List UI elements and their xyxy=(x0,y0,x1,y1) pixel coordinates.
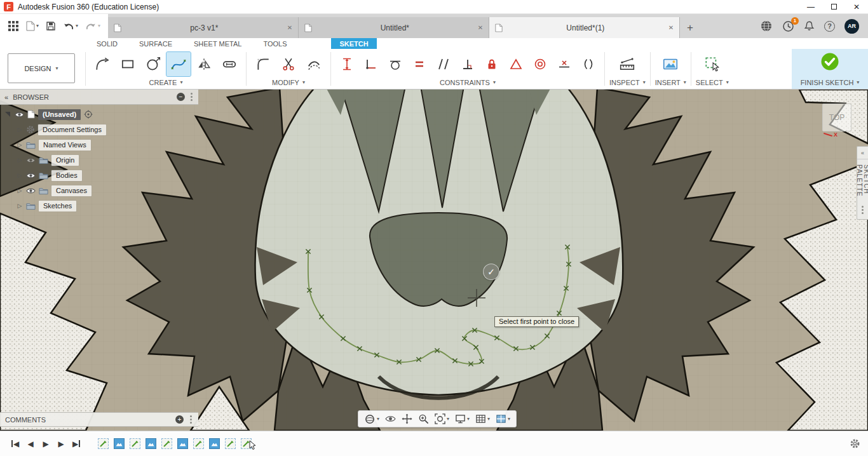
concentric-constraint-button[interactable] xyxy=(529,53,552,76)
rectangle-tool-button[interactable] xyxy=(116,52,140,76)
sketch-feature-icon[interactable] xyxy=(161,438,172,449)
document-tab-active[interactable]: Untitled*(1) ✕ xyxy=(489,17,680,38)
sketch-feature-icon[interactable] xyxy=(241,438,252,449)
fillet-tool-button[interactable] xyxy=(251,52,275,76)
fix-constraint-button[interactable] xyxy=(480,53,503,76)
expand-arrow-icon[interactable]: ▷ xyxy=(17,157,23,163)
select-tool-button[interactable] xyxy=(700,52,724,76)
inspect-group-label[interactable]: INSPECT▾ xyxy=(609,77,646,88)
pan-button[interactable] xyxy=(400,411,414,427)
tab-close-icon[interactable]: ✕ xyxy=(287,24,292,31)
redo-button[interactable]: ▾ xyxy=(85,22,100,31)
modify-group-label[interactable]: MODIFY▾ xyxy=(251,77,326,88)
expand-arrow-icon[interactable]: ▷ xyxy=(17,126,23,133)
ribbon-tab-solid[interactable]: SOLID xyxy=(94,38,120,49)
midpoint-constraint-button[interactable] xyxy=(553,53,576,76)
tab-close-icon[interactable]: ✕ xyxy=(478,24,483,31)
tree-row-sketches[interactable]: ▷ Sketches xyxy=(0,198,198,213)
minimize-button[interactable]: — xyxy=(799,0,822,13)
extensions-button[interactable] xyxy=(760,20,773,32)
sketch-feature-icon[interactable] xyxy=(98,438,109,449)
sketch-feature-icon[interactable] xyxy=(130,438,140,449)
help-button[interactable]: ? xyxy=(824,21,835,32)
measure-tool-button[interactable] xyxy=(615,52,639,76)
canvas-feature-icon[interactable] xyxy=(114,438,125,449)
sketch-feature-icon[interactable] xyxy=(193,438,204,449)
orbit-button[interactable]: ▾ xyxy=(362,411,381,427)
display-settings-button[interactable]: ▾ xyxy=(453,411,471,427)
expand-arrow-icon[interactable]: ▷ xyxy=(17,142,23,148)
tree-node-label[interactable]: Document Settings xyxy=(38,124,106,135)
trim-tool-button[interactable] xyxy=(276,52,301,76)
visibility-eye-icon[interactable] xyxy=(26,171,36,180)
ribbon-tab-sheet-metal[interactable]: SHEET METAL xyxy=(191,38,244,49)
visibility-eye-icon[interactable] xyxy=(26,156,36,164)
timeline-step-back-button[interactable]: ◀ xyxy=(23,436,38,452)
horizontal-vertical-constraint-button[interactable] xyxy=(360,53,383,76)
expand-arrow-icon[interactable]: ▷ xyxy=(17,203,23,209)
curvature-constraint-button[interactable] xyxy=(577,53,600,76)
perpendicular-constraint-button[interactable] xyxy=(456,53,479,76)
notifications-button[interactable] xyxy=(804,20,815,32)
close-button[interactable]: ✕ xyxy=(845,0,868,13)
data-panel-button[interactable] xyxy=(8,20,19,32)
workspace-selector[interactable]: DESIGN ▾ xyxy=(8,53,75,83)
root-node-label[interactable]: (Unsaved) xyxy=(38,109,81,120)
timeline-settings-button[interactable] xyxy=(850,438,860,449)
expand-palette-icon[interactable]: « xyxy=(857,147,868,159)
polygon-constraint-button[interactable] xyxy=(505,53,527,76)
maximize-button[interactable] xyxy=(822,0,845,13)
save-button[interactable] xyxy=(46,21,56,31)
tree-node-label[interactable]: Canvases xyxy=(51,185,92,196)
document-tab[interactable]: Untitled* ✕ xyxy=(299,17,489,38)
create-group-label[interactable]: CREATE▾ xyxy=(90,77,241,88)
canvas-feature-icon[interactable] xyxy=(209,438,220,449)
timeline-go-to-start-button[interactable]: ◀ xyxy=(8,436,23,452)
canvas-feature-icon[interactable] xyxy=(177,438,188,449)
finish-sketch-button[interactable]: FINISH SKETCH▾ xyxy=(792,49,868,89)
timeline-go-to-end-button[interactable]: ▶ xyxy=(69,436,84,452)
slot-tool-button[interactable] xyxy=(217,52,241,76)
insert-group-label[interactable]: INSERT▾ xyxy=(655,77,686,88)
panel-grip-handle[interactable] xyxy=(189,93,194,101)
select-group-label[interactable]: SELECT▾ xyxy=(696,77,729,88)
account-avatar[interactable]: AR xyxy=(844,19,859,34)
tree-row-document-settings[interactable]: ▷ Document Settings xyxy=(0,122,198,137)
tree-row-canvases[interactable]: ▷ Canvases xyxy=(0,183,198,198)
new-tab-button[interactable]: + xyxy=(680,17,700,38)
ribbon-tab-surface[interactable]: SURFACE xyxy=(137,38,175,49)
tree-node-label[interactable]: Origin xyxy=(51,155,79,166)
panel-grip-handle[interactable] xyxy=(189,415,193,424)
expand-arrow-icon[interactable]: ▷ xyxy=(17,172,23,178)
tree-row-root[interactable]: (Unsaved) xyxy=(0,107,198,122)
tree-row-bodies[interactable]: ▷ Bodies xyxy=(0,168,198,183)
expand-arrow-icon[interactable] xyxy=(5,112,10,117)
circle-tool-button[interactable] xyxy=(141,52,165,76)
accept-spline-button[interactable]: ✓ xyxy=(483,264,499,280)
constraints-group-label[interactable]: CONSTRAINTS▾ xyxy=(336,77,600,88)
viewports-button[interactable]: ▾ xyxy=(494,411,512,427)
visibility-eye-icon[interactable] xyxy=(15,111,24,119)
tab-close-icon[interactable]: ✕ xyxy=(668,24,674,31)
grid-snap-button[interactable]: ▾ xyxy=(473,411,492,427)
document-tab[interactable]: pc-3 v1* ✕ xyxy=(108,17,299,38)
tangent-constraint-button[interactable] xyxy=(384,53,407,76)
comments-bar[interactable]: COMMENTS + xyxy=(0,412,198,427)
add-comment-icon[interactable]: + xyxy=(175,415,184,424)
panel-grip-handle[interactable] xyxy=(862,202,864,219)
timeline-step-forward-button[interactable]: ▶ xyxy=(53,436,69,452)
zoom-button[interactable] xyxy=(416,411,431,427)
fit-button[interactable]: ▾ xyxy=(433,411,451,427)
spline-tool-button[interactable] xyxy=(166,52,191,76)
design-canvas[interactable]: ✓ Select first point to close « BROWSER … xyxy=(0,90,868,431)
file-menu-button[interactable]: ▾ xyxy=(26,21,39,31)
mirror-tool-button[interactable] xyxy=(192,52,216,76)
tree-row-named-views[interactable]: ▷ Named Views xyxy=(0,137,198,152)
ribbon-tab-tools[interactable]: TOOLS xyxy=(261,38,289,49)
insert-image-button[interactable] xyxy=(658,52,682,76)
offset-tool-button[interactable] xyxy=(302,52,326,76)
equal-constraint-button[interactable] xyxy=(408,53,431,76)
expand-arrow-icon[interactable]: ▷ xyxy=(17,187,23,194)
tree-node-label[interactable]: Named Views xyxy=(39,140,91,151)
tree-node-label[interactable]: Sketches xyxy=(39,201,76,211)
